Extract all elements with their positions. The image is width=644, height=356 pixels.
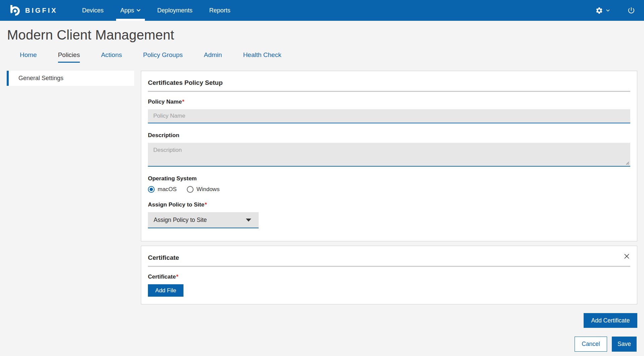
page-title: Modern Client Management [0,21,644,43]
nav-item-deployments[interactable]: Deployments [149,0,201,21]
caret-down-icon [246,219,251,222]
nav-item-reports[interactable]: Reports [201,0,239,21]
save-button[interactable]: Save [612,337,637,352]
close-certificate-button[interactable] [623,253,630,260]
assign-site-selected-value: Assign Policy to Site [154,217,207,224]
assign-site-select[interactable]: Assign Policy to Site [148,212,259,228]
divider [148,266,630,267]
main-nav: Devices Apps Deployments Reports [74,0,239,21]
operating-system-label: Operating System [148,175,630,182]
gear-icon [595,7,603,14]
cancel-button[interactable]: Cancel [575,337,607,352]
certificate-card-title: Certificate [148,253,179,266]
radio-selected-icon [148,186,155,193]
tab-home[interactable]: Home [20,51,37,63]
save-cancel-row: Cancel Save [0,337,644,356]
operating-system-radio-group: macOS Windows [148,186,630,193]
policy-name-label: Policy Name* [148,99,630,105]
nav-item-apps[interactable]: Apps [112,0,149,21]
add-certificate-button[interactable]: Add Certificate [584,313,637,328]
setup-card-title: Certificates Policy Setup [148,78,630,91]
policy-name-input[interactable] [148,109,630,123]
tab-actions[interactable]: Actions [101,51,122,63]
chevron-down-icon [137,9,141,12]
brand[interactable]: BIGFIX [9,0,58,21]
description-field-group: Description [148,132,630,167]
radio-macos[interactable]: macOS [148,186,177,193]
description-label: Description [148,132,630,139]
certificate-file-label: Certificate* [148,274,630,280]
divider [148,91,630,92]
nav-item-devices[interactable]: Devices [74,0,112,21]
tab-admin[interactable]: Admin [204,51,222,63]
bigfix-logo-icon [9,4,21,17]
tab-policies[interactable]: Policies [58,51,80,63]
required-asterisk: * [176,274,178,280]
required-asterisk: * [205,201,207,208]
assign-site-label: Assign Policy to Site* [148,201,630,208]
radio-windows[interactable]: Windows [187,186,220,193]
chevron-down-icon [606,9,610,12]
sidebar: General Settings [7,71,134,86]
add-certificate-row: Add Certificate [141,313,637,328]
certificate-card: Certificate Certificate* Add File [141,246,637,304]
sidebar-item-general-settings[interactable]: General Settings [7,71,134,86]
required-asterisk: * [182,99,184,105]
tab-health-check[interactable]: Health Check [243,51,281,63]
assign-site-field-group: Assign Policy to Site* Assign Policy to … [148,201,630,228]
content-area: General Settings Certificates Policy Set… [0,63,644,328]
add-file-button[interactable]: Add File [148,284,183,297]
logout-button[interactable] [627,6,635,14]
main-panel: Certificates Policy Setup Policy Name* D… [141,71,637,328]
operating-system-field-group: Operating System macOS Windows [148,175,630,193]
top-nav: BIGFIX Devices Apps Deployments Reports [0,0,644,21]
nav-item-apps-label: Apps [120,7,134,14]
brand-name: BIGFIX [25,7,58,14]
tab-policy-groups[interactable]: Policy Groups [143,51,182,63]
description-textarea[interactable] [148,143,630,167]
tab-bar: Home Policies Actions Policy Groups Admi… [0,51,644,63]
radio-unselected-icon [187,186,194,193]
certificates-policy-setup-card: Certificates Policy Setup Policy Name* D… [141,71,637,241]
nav-right-controls [595,0,635,21]
settings-menu-button[interactable] [595,7,610,14]
close-icon [624,255,630,260]
policy-name-field-group: Policy Name* [148,99,630,123]
power-icon [627,6,635,14]
